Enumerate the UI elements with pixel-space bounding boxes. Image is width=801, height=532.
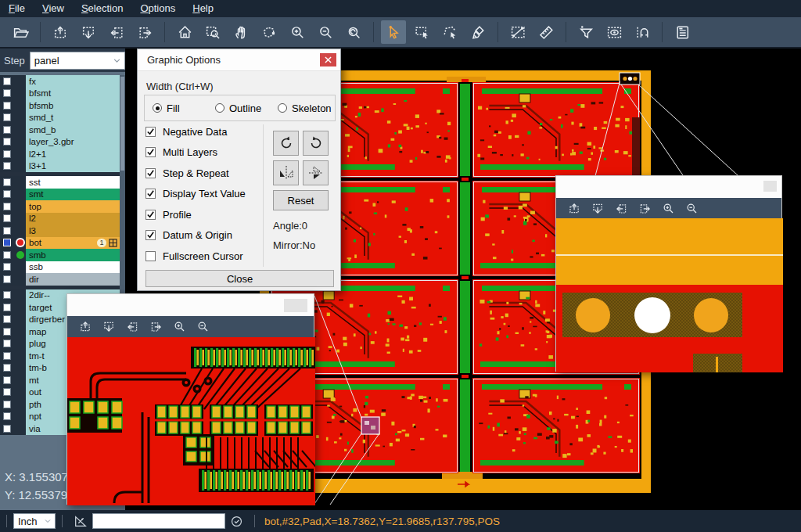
layer-row-sst[interactable]: sst [0,176,120,189]
checkbox-display-text-value[interactable]: Display Text Value [145,184,263,205]
layer-checkbox[interactable] [3,89,11,97]
menu-selection[interactable]: Selection [73,0,131,17]
layer-row-l2+1[interactable]: l2+1 [0,148,120,160]
zoom-window-tool[interactable] [200,20,225,44]
magnifier-right-title-bar[interactable] [556,176,781,198]
layer-checkbox-cell[interactable] [0,160,14,173]
magnifier-left-window-button[interactable] [284,299,307,312]
layer-checkbox[interactable] [3,340,11,347]
layer-checkbox-cell[interactable] [0,273,14,286]
filter-tool[interactable] [573,20,598,44]
layer-checkbox-cell[interactable] [0,148,14,160]
layer-checkbox[interactable] [3,315,11,323]
layer-row-ssb[interactable]: ssb [0,261,120,274]
layer-label[interactable]: smt [26,189,120,201]
layer-checkbox[interactable] [3,126,11,134]
layer-row-top[interactable]: top [0,200,120,213]
checkbox-icon[interactable] [145,230,156,240]
unit-select[interactable]: Inch [13,513,56,529]
layer-checkbox-cell[interactable] [0,189,14,201]
layer-checkbox-cell[interactable] [0,411,14,423]
layer-checkbox[interactable] [3,328,11,336]
layer-row-smd_b[interactable]: smd_b [0,124,120,136]
layer-label[interactable]: l2 [26,213,120,225]
layer-row-bfsmt[interactable]: bfsmt [0,88,120,100]
layer-label[interactable]: smd_t [26,112,120,124]
pan-down-tool[interactable] [76,20,101,44]
layer-checkbox[interactable] [3,304,11,311]
rotate-cw-button[interactable] [273,131,299,156]
layer-checkbox-cell[interactable] [0,213,14,225]
layer-checkbox-cell[interactable] [0,237,14,250]
layer-checkbox[interactable] [3,251,11,259]
magnifier-window-left[interactable] [66,293,314,505]
layer-checkbox[interactable] [3,227,11,235]
magnifier-right-zoom-out-tool[interactable] [681,200,702,217]
checkbox-negative-data[interactable]: Negative Data [145,121,263,142]
layer-label[interactable]: top [26,200,120,213]
zoom-in-tool[interactable] [285,20,310,44]
clean-brush-tool[interactable] [465,20,490,44]
command-input[interactable] [92,513,225,529]
layer-row-fx[interactable]: fx [0,75,120,88]
zoom-out-tool[interactable] [313,20,338,44]
magnifier-left-view[interactable] [67,337,315,505]
magnifier-left-pan-down-tool[interactable] [99,318,119,336]
layer-label[interactable]: bot1 [26,237,120,250]
checkbox-step-repeat[interactable]: Step & Repeat [145,163,263,184]
layer-checkbox[interactable] [3,388,11,396]
layer-row-l3[interactable]: l3 [0,225,120,237]
magnifier-left-pan-up-tool[interactable] [75,318,95,336]
select-polygon-tool[interactable] [437,20,462,44]
checkbox-profile[interactable]: Profile [145,204,263,225]
checkbox-datum-origin[interactable]: Datum & Origin [145,225,263,246]
layer-label[interactable]: l3 [26,225,120,237]
checkbox-icon[interactable] [145,168,156,178]
magnifier-left-pan-right-tool[interactable] [145,318,166,336]
layer-checkbox-cell[interactable] [0,176,14,189]
layer-checkbox-cell[interactable] [0,314,14,326]
menu-file[interactable]: File [0,0,34,17]
layer-row-layer_3.gbr[interactable]: layer_3.gbr [0,136,120,149]
measure-distance-tool[interactable] [505,20,530,44]
view-options-tool[interactable] [602,20,627,44]
layer-row-l3+1[interactable]: l3+1 [0,160,120,173]
layer-checkbox-cell[interactable] [0,386,14,399]
layer-label[interactable]: fx [26,75,120,88]
layer-checkbox-cell[interactable] [0,398,14,411]
checkbox-fullscreen-cursor[interactable]: Fullscreen Cursor [145,246,263,267]
magnifier-left-pan-left-tool[interactable] [122,318,142,336]
checkbox-multi-layers[interactable]: Multi Layers [145,142,263,164]
layer-checkbox[interactable] [3,178,11,186]
magnifier-right-pan-up-tool[interactable] [564,200,584,217]
checkbox-icon[interactable] [145,189,156,199]
layer-checkbox-cell[interactable] [0,422,14,435]
layer-checkbox-cell[interactable] [0,249,14,261]
layer-checkbox[interactable] [3,138,11,146]
radio-icon[interactable] [153,103,162,113]
checkbox-icon[interactable] [145,210,156,220]
radio-icon[interactable] [278,103,287,113]
layer-checkbox[interactable] [3,203,11,210]
checkbox-icon[interactable] [145,147,156,157]
zoom-polygon-tool[interactable] [257,20,282,44]
close-button[interactable]: Close [145,270,334,287]
layer-checkbox[interactable] [3,412,11,420]
layer-checkbox-cell[interactable] [0,301,14,314]
layer-row-smd_t[interactable]: smd_t [0,112,120,124]
rotate-ccw-button[interactable] [303,131,329,156]
layer-label[interactable]: smb [26,249,120,261]
layer-checkbox[interactable] [3,162,11,170]
layer-row-smb[interactable]: smb [0,249,120,261]
home-tool[interactable] [172,20,197,44]
layer-label[interactable]: sst [26,176,120,189]
layer-label[interactable]: l3+1 [26,160,120,173]
ortho-angle-icon[interactable] [74,514,88,528]
measure-ruler-tool[interactable] [533,20,559,44]
reset-button[interactable]: Reset [273,190,329,210]
layer-label[interactable]: dir [26,273,120,286]
layer-row-dir[interactable]: dir [0,273,120,286]
layer-checkbox[interactable] [3,263,11,271]
layer-checkbox[interactable] [3,113,11,121]
layer-checkbox[interactable] [3,364,11,372]
